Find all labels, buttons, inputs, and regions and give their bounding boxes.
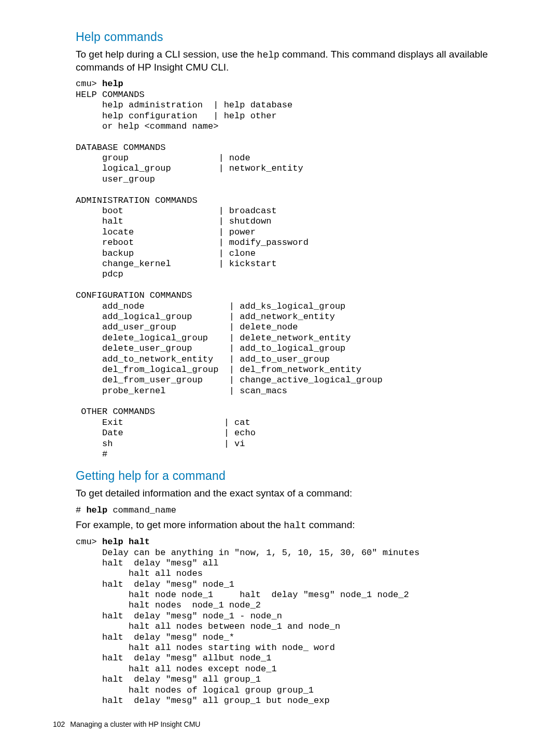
paragraph-example: For example, to get more information abo…	[76, 519, 529, 532]
cli-prompt: cmu>	[76, 537, 102, 547]
text-fragment: To get help during a CLI session, use th…	[76, 49, 257, 60]
text-fragment: command:	[306, 519, 355, 530]
text-fragment: For example, to get more information abo…	[76, 519, 284, 530]
cli-prompt: cmu>	[76, 79, 102, 89]
page-footer: 102Managing a cluster with HP Insight CM…	[53, 720, 200, 728]
page-number: 102	[53, 720, 65, 728]
page-content: Help commands To get help during a CLI s…	[0, 0, 560, 731]
cli-block-help-halt: cmu> help halt Delay can be anything in …	[76, 537, 529, 706]
paragraph-help-intro: To get help during a CLI session, use th…	[76, 48, 529, 74]
usage-command: help	[86, 505, 107, 515]
cli-command: help halt	[102, 537, 150, 547]
inline-code-halt: halt	[284, 520, 306, 531]
heading-getting-help: Getting help for a command	[76, 469, 529, 483]
usage-prefix: #	[76, 505, 86, 515]
heading-help-commands: Help commands	[76, 30, 529, 44]
cli-output: Delay can be anything in "now, 1, 5, 10,…	[76, 548, 419, 706]
cli-usage-line: # help command_name	[76, 505, 529, 516]
paragraph-getting-help-intro: To get detailed information and the exac…	[76, 487, 529, 500]
cli-output: HELP COMMANDS help administration | help…	[76, 90, 383, 459]
cli-command: help	[102, 79, 123, 89]
cli-block-help: cmu> help HELP COMMANDS help administrat…	[76, 79, 529, 460]
inline-code-help: help	[257, 50, 279, 60]
usage-arg: command_name	[107, 505, 176, 515]
footer-chapter: Managing a cluster with HP Insight CMU	[70, 720, 200, 728]
